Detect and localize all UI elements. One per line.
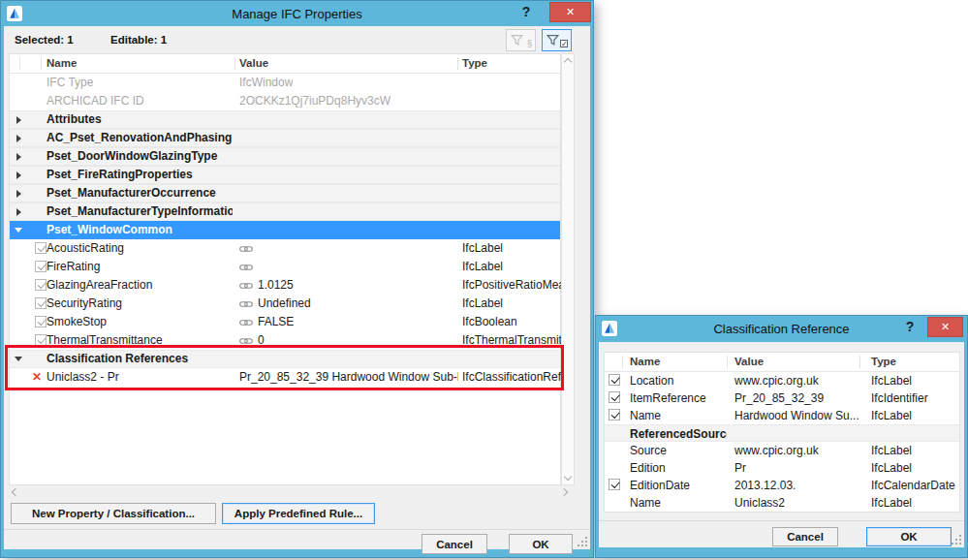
row-value: Hardwood Window Su... (734, 407, 859, 424)
checkbox[interactable] (609, 479, 620, 490)
close-button[interactable]: ✕ (927, 317, 963, 337)
cancel-button[interactable]: Cancel (422, 534, 487, 554)
table-row[interactable]: NameHardwood Window Su...IfcLabel (605, 407, 959, 424)
table-row[interactable]: FireRatingIfcLabel (10, 258, 560, 276)
scroll-left-icon[interactable] (12, 488, 19, 496)
link-icon (239, 244, 253, 254)
table-row[interactable]: GlazingAreaFraction1.0125IfcPositiveRati… (10, 276, 560, 295)
col-header-type: Type (871, 356, 896, 367)
row-value (239, 351, 458, 367)
row-name: Pset_DoorWindowGlazingType (47, 148, 233, 165)
table-row[interactable]: Pset_WindowCommon (10, 221, 560, 239)
table-row[interactable]: Pset_FireRatingProperties (10, 166, 560, 184)
expand-cell (10, 295, 27, 313)
row-type (462, 185, 561, 202)
table-row[interactable]: AC_Pset_RenovationAndPhasing (10, 129, 560, 147)
titlebar[interactable]: Classification Reference ? ✕ (596, 316, 967, 342)
table-row[interactable]: Attributes (10, 110, 560, 129)
check-cell (605, 494, 628, 512)
link-icon (239, 281, 253, 291)
expand-cell (10, 331, 27, 350)
expand-icon[interactable] (16, 135, 21, 142)
row-name: Pset_FireRatingProperties (47, 167, 233, 183)
expand-icon[interactable] (16, 208, 21, 216)
row-name: EditionDate (630, 477, 727, 494)
dialog-title: Manage IFC Properties (232, 7, 361, 21)
checkbox-glyph: ✓ (560, 40, 568, 47)
resize-grip[interactable] (578, 537, 587, 546)
new-property-classification-button[interactable]: New Property / Classification... (11, 503, 216, 524)
table-row[interactable]: ItemReferencePr_20_85_32_39IfcIdentifier (605, 389, 959, 407)
checkbox[interactable] (35, 279, 47, 291)
check-cell (605, 389, 628, 407)
table-row[interactable]: Pset_DoorWindowGlazingType (10, 147, 560, 166)
row-type (462, 203, 561, 220)
table-row[interactable]: NameUniclass2IfcLabel (605, 494, 959, 512)
scroll-right-icon[interactable] (560, 488, 568, 496)
collapse-icon[interactable] (15, 357, 22, 361)
row-type (462, 351, 561, 367)
checkbox[interactable] (609, 409, 620, 420)
checkbox[interactable] (35, 316, 47, 327)
table-row[interactable]: EditionPrIfcLabel (605, 459, 959, 477)
scroll-down-icon[interactable] (564, 473, 572, 481)
close-button[interactable]: ✕ (549, 2, 591, 22)
checkbox[interactable] (609, 374, 620, 386)
ok-button[interactable]: OK (866, 527, 952, 546)
expand-icon[interactable] (16, 116, 21, 124)
table-row[interactable]: ✕Uniclass2 - PrPr_20_85_32_39 Hardwood W… (10, 368, 560, 387)
row-name: AcousticRating (47, 239, 233, 258)
checkbox[interactable] (609, 391, 620, 403)
table-row[interactable]: Sourcewww.cpic.org.ukIfcLabel (605, 442, 959, 459)
table-row[interactable]: ThermalTransmittance0IfcThermalTransmitt (10, 331, 560, 350)
row-name: ARCHICAD IFC ID (47, 92, 233, 110)
row-name: ItemReference (630, 389, 727, 407)
resize-grip[interactable] (952, 535, 961, 544)
row-type: IfcCalendarDate (871, 477, 960, 494)
selected-count-label: Selected: 1 (15, 34, 74, 46)
expand-cell (10, 313, 27, 331)
link-icon (239, 299, 253, 309)
row-value: Uniclass2 (734, 494, 859, 512)
table-row[interactable]: IFC TypeIfcWindow (10, 74, 560, 92)
scroll-up-icon[interactable] (564, 58, 572, 66)
expand-cell (10, 276, 27, 295)
checkbox[interactable] (35, 242, 47, 254)
vertical-scrollbar[interactable] (561, 53, 575, 485)
table-row[interactable]: SecurityRatingUndefinedIfcLabel (10, 295, 560, 313)
table-row[interactable]: AcousticRatingIfcLabel (10, 239, 560, 258)
titlebar[interactable]: Manage IFC Properties ? ✕ (1, 1, 593, 26)
help-icon[interactable]: ? (903, 319, 917, 334)
table-row[interactable]: Locationwww.cpic.org.ukIfcLabel (605, 372, 959, 389)
apply-predefined-rule-button[interactable]: Apply Predefined Rule... (222, 503, 375, 524)
table-row[interactable]: ARCHICAD IFC ID2OCKKz1Qj7iuPDq8Hyv3cW (10, 92, 560, 110)
expand-icon[interactable] (16, 171, 21, 179)
table-row[interactable]: EditionDate2013.12.03.IfcCalendarDate (605, 477, 959, 494)
collapse-icon[interactable] (15, 228, 22, 233)
table-row[interactable]: Pset_ManufacturerTypeInformation (10, 202, 560, 221)
checkbox[interactable] (35, 261, 47, 272)
row-name: IFC Type (47, 74, 233, 92)
table-row[interactable]: ReferencedSource (605, 424, 959, 442)
row-name: Source (630, 442, 727, 459)
table-row[interactable]: Classification References (10, 350, 560, 368)
table-row[interactable]: Pset_ManufacturerOccurrence (10, 184, 560, 202)
expand-cell (10, 185, 27, 202)
cancel-button[interactable]: Cancel (772, 527, 838, 546)
row-value (239, 185, 458, 202)
ref-table-rows: Locationwww.cpic.org.ukIfcLabelItemRefer… (605, 372, 959, 512)
expand-cell (10, 92, 27, 110)
checkbox[interactable] (35, 334, 47, 346)
checkbox[interactable] (35, 297, 47, 309)
check-cell (605, 477, 628, 494)
help-icon[interactable]: ? (519, 4, 533, 19)
ok-button[interactable]: OK (509, 534, 573, 554)
row-value (239, 239, 458, 258)
filter-checked-button[interactable]: ✓ (542, 29, 572, 51)
row-value: Pr (734, 459, 859, 477)
table-row[interactable]: SmokeStopFALSEIfcBoolean (10, 313, 560, 331)
horizontal-scrollbar[interactable] (9, 485, 575, 499)
expand-icon[interactable] (16, 153, 21, 161)
expand-icon[interactable] (16, 190, 21, 198)
filter-by-section-button[interactable]: § (506, 29, 536, 51)
